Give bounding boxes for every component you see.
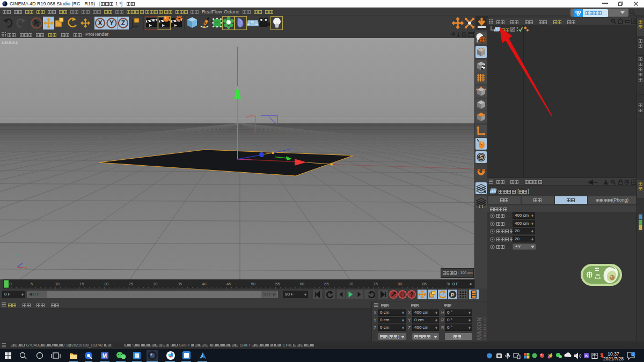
svg-text:60: 60 — [300, 282, 304, 286]
svg-text:?: ? — [410, 292, 413, 298]
svg-text:Y: Y — [15, 254, 17, 257]
svg-text:X: X — [98, 19, 102, 27]
svg-text:70: 70 — [349, 282, 353, 286]
svg-text:Y: Y — [109, 19, 114, 27]
svg-text:( ): ( ) — [400, 292, 405, 297]
svg-text:55: 55 — [275, 282, 280, 286]
svg-text:85: 85 — [422, 282, 427, 286]
svg-text:S: S — [479, 154, 483, 160]
svg-text:0: 0 — [10, 282, 12, 286]
svg-text:a: a — [484, 189, 486, 194]
svg-text:45: 45 — [226, 282, 231, 286]
svg-text:M: M — [103, 353, 107, 359]
svg-text:20: 20 — [104, 282, 108, 286]
svg-text:25: 25 — [129, 282, 133, 286]
svg-text:50: 50 — [251, 282, 255, 286]
svg-text:2021/7/28: 2021/7/28 — [603, 356, 624, 361]
svg-text:( ): ( ) — [479, 204, 483, 209]
svg-text:10: 10 — [55, 282, 60, 286]
svg-text:Z: Z — [121, 19, 125, 27]
svg-text:65: 65 — [324, 282, 328, 286]
svg-text:40: 40 — [202, 282, 206, 286]
svg-text:5: 5 — [31, 282, 33, 286]
svg-text:75: 75 — [374, 282, 378, 286]
svg-text:35: 35 — [178, 282, 182, 286]
svg-text:1: 1 — [632, 352, 634, 356]
svg-text:80: 80 — [398, 282, 402, 286]
svg-text:P: P — [451, 292, 455, 298]
svg-text:15: 15 — [79, 282, 84, 286]
svg-text:30: 30 — [153, 282, 157, 286]
